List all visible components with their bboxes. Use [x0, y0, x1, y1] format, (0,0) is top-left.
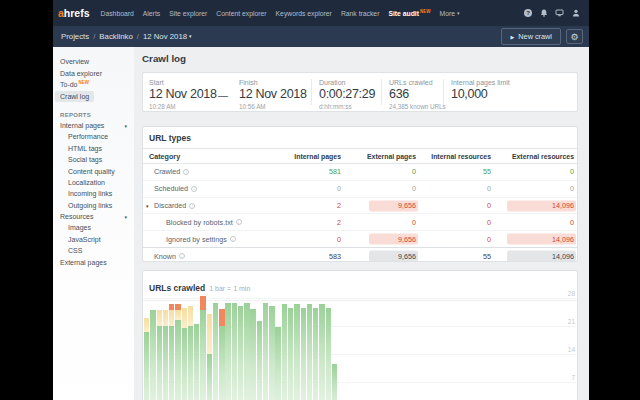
column-header-internal-resources: Internal resources: [419, 153, 494, 160]
chart-bar[interactable]: [301, 308, 306, 400]
chart-bar[interactable]: [294, 304, 299, 400]
sidebar-item-label: Content quality: [68, 168, 115, 175]
nav-item-site-audit[interactable]: Site auditNEW: [388, 10, 430, 17]
sidebar-item-css[interactable]: CSS: [53, 245, 134, 256]
cell-number: 9,656: [398, 201, 416, 210]
chart-bar[interactable]: [288, 308, 293, 400]
sidebar-item-social-tags[interactable]: Social tags: [53, 154, 134, 165]
chart-bar[interactable]: [219, 309, 224, 400]
chart-bar[interactable]: [157, 310, 162, 400]
cell-number: 0: [570, 218, 574, 227]
chart-bar[interactable]: [200, 296, 205, 400]
sidebar-item-performance[interactable]: Performance: [53, 131, 134, 142]
display-icon[interactable]: [555, 9, 564, 17]
account-icon[interactable]: [571, 9, 580, 17]
bar-segment-warnings: [207, 314, 212, 354]
sidebar-item-to-do[interactable]: To-doNEW: [53, 79, 134, 91]
chart-bar[interactable]: [244, 303, 249, 400]
cell-value: 0: [344, 167, 419, 176]
notifications-icon[interactable]: [539, 9, 548, 17]
info-icon[interactable]: i: [183, 169, 189, 175]
breadcrumb-12-nov-2018[interactable]: 12 Nov 2018▾: [143, 32, 192, 41]
sidebar-section-reports: REPORTS: [53, 110, 134, 120]
chart-bar[interactable]: [169, 304, 174, 400]
chart-bar[interactable]: [238, 306, 243, 400]
nav-item-alerts[interactable]: Alerts: [143, 10, 160, 17]
stat-internal-pages-limit: Internal pages limit10,000: [443, 79, 573, 105]
chart-bar[interactable]: [232, 303, 237, 400]
bar-segment-crawled: [332, 364, 337, 400]
table-row-scheduled: Scheduledi0000: [143, 181, 577, 198]
bar-segment-crawled: [294, 304, 299, 400]
collapse-caret-icon[interactable]: ▾: [146, 203, 149, 209]
sidebar-item-javascript[interactable]: JavaScript: [53, 234, 134, 245]
chart-bar[interactable]: [319, 304, 324, 400]
nav-item-keywords-explorer[interactable]: Keywords explorer: [276, 10, 332, 17]
bar-segment-crawled: [194, 324, 199, 400]
sidebar-item-overview[interactable]: Overview: [53, 56, 134, 67]
chart-bar[interactable]: [275, 327, 280, 400]
info-icon[interactable]: i: [189, 203, 195, 209]
sidebar-item-label: External pages: [60, 259, 107, 266]
chart-bar[interactable]: [326, 308, 331, 400]
new-crawl-button[interactable]: ▶New crawl: [501, 28, 561, 45]
nav-item-rank-tracker[interactable]: Rank tracker: [341, 10, 380, 17]
help-icon[interactable]: ?: [524, 9, 532, 17]
sidebar-item-images[interactable]: Images: [53, 222, 134, 233]
sidebar-item-label: Performance: [68, 133, 108, 140]
chart-bar[interactable]: [188, 306, 193, 400]
chart-bar[interactable]: [150, 310, 155, 400]
breadcrumb: Projects/Backlinko/12 Nov 2018▾: [61, 32, 192, 41]
info-icon[interactable]: i: [191, 186, 197, 192]
info-icon[interactable]: i: [236, 219, 242, 225]
chart-bar[interactable]: [194, 324, 199, 400]
sidebar-item-crawl-log[interactable]: Crawl log: [53, 91, 134, 102]
stat-label: Start: [149, 79, 213, 86]
bar-segment-crawled: [150, 310, 155, 400]
sidebar-item-external-pages[interactable]: External pages: [53, 256, 134, 267]
sidebar-item-internal-pages[interactable]: Internal pages▾: [53, 120, 134, 131]
cell-number: 55: [483, 252, 491, 261]
chart-bar[interactable]: [282, 304, 287, 400]
sidebar-item-incoming-links[interactable]: Incoming links: [53, 188, 134, 199]
cell-number: 0: [487, 218, 491, 227]
chart-bar[interactable]: [269, 306, 274, 400]
chart-bar[interactable]: [144, 318, 149, 400]
breadcrumb-backlinko[interactable]: Backlinko: [99, 32, 132, 41]
sidebar-item-resources[interactable]: Resources▾: [53, 211, 134, 222]
chart-bar[interactable]: [307, 304, 312, 400]
chart-bar[interactable]: [313, 308, 318, 400]
info-icon[interactable]: i: [179, 253, 185, 259]
chart-bar[interactable]: [250, 309, 255, 400]
cell-value: 0: [494, 167, 577, 176]
row-label: Crawledi: [143, 167, 269, 176]
sidebar-item-localization[interactable]: Localization: [53, 177, 134, 188]
sidebar-item-data-explorer[interactable]: Data explorer: [53, 67, 134, 78]
sidebar-item-content-quality[interactable]: Content quality: [53, 165, 134, 176]
settings-gear-button[interactable]: ⚙: [566, 29, 583, 44]
sidebar-item-outgoing-links[interactable]: Outgoing links: [53, 200, 134, 211]
bar-segment-warnings: [157, 310, 162, 326]
chart-bar[interactable]: [263, 303, 268, 400]
main-content: Crawl log Start12 Nov 201810:28 AM—Finis…: [134, 47, 589, 400]
info-icon[interactable]: i: [230, 236, 236, 242]
cell-number: 0: [570, 184, 574, 193]
chart-bar[interactable]: [175, 304, 180, 400]
chart-bar[interactable]: [207, 314, 212, 400]
ahrefs-logo[interactable]: ahrefs: [58, 7, 90, 19]
sidebar-item-label: Images: [68, 224, 91, 231]
chart-bar[interactable]: [332, 364, 337, 400]
nav-item-dashboard[interactable]: Dashboard: [101, 10, 134, 17]
nav-item-more[interactable]: More▾: [440, 10, 460, 17]
breadcrumb-projects[interactable]: Projects: [61, 32, 89, 41]
chart-bar[interactable]: [257, 321, 262, 400]
nav-item-site-explorer[interactable]: Site explorer: [169, 10, 207, 17]
chart-bar[interactable]: [225, 303, 230, 400]
url-types-card: URL types CategoryInternal pagesExternal…: [142, 126, 578, 262]
cell-value: 14,096: [494, 235, 577, 244]
chart-bar[interactable]: [163, 310, 168, 400]
chart-bar[interactable]: [182, 308, 187, 400]
sidebar-item-html-tags[interactable]: HTML tags: [53, 143, 134, 154]
nav-item-content-explorer[interactable]: Content explorer: [216, 10, 266, 17]
chart-bar[interactable]: [213, 303, 218, 400]
